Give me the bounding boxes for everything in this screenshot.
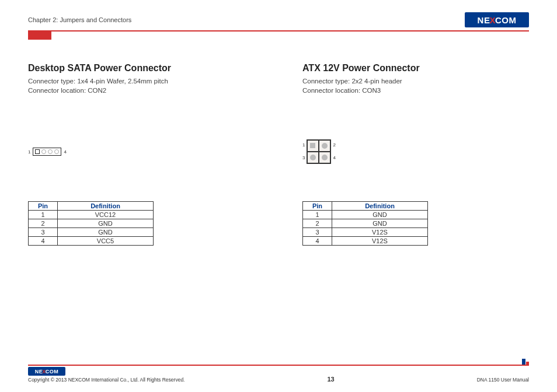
nexcom-logo: NEXCOM	[465, 12, 529, 27]
table-row: 1 GND	[303, 211, 428, 219]
table-row: 1 VCC12	[29, 211, 154, 219]
table-header-row: Pin Definition	[303, 202, 428, 211]
pin-circle-icon	[48, 149, 53, 154]
pin-square-icon	[310, 143, 315, 148]
right-heading: ATX 12V Power Connector	[302, 63, 495, 74]
pin-circle-icon	[310, 155, 316, 160]
left-connector-type: Connector type: 1x4 4-pin Wafer, 2.54mm …	[28, 77, 221, 86]
sata-pin4-label: 4	[64, 149, 66, 155]
atx-connector-icon	[307, 139, 331, 164]
right-column: ATX 12V Power Connector Connector type: …	[302, 63, 495, 246]
th-def: Definition	[332, 202, 428, 211]
table-row: 4 V12S	[303, 237, 428, 246]
page-footer: NEXCOM Copyright © 2013 NEXCOM Internati…	[28, 365, 529, 383]
table-row: 2 GND	[303, 219, 428, 228]
left-connector-location: Connector location: CON2	[28, 86, 221, 96]
atx-cell-2	[319, 140, 330, 152]
header-rule	[28, 30, 529, 32]
right-connector-type: Connector type: 2x2 4-pin header	[302, 77, 495, 86]
atx-cell-4	[319, 152, 330, 163]
atx-pin2-label: 2	[333, 143, 335, 148]
footer-decoration-icon	[522, 359, 529, 365]
pin-circle-icon	[322, 143, 328, 149]
atx-cell-3	[307, 152, 319, 163]
atx-pin1-label: 1	[302, 143, 305, 148]
page-header: Chapter 2: Jumpers and Connectors NEXCOM	[28, 12, 529, 28]
atx-cell-1	[307, 140, 319, 152]
main-content: Desktop SATA Power Connector Connector t…	[28, 63, 529, 246]
table-row: 4 VCC5	[29, 237, 154, 246]
manual-name: DNA 1150 User Manual	[477, 377, 529, 383]
atx-pin3-label: 3	[302, 156, 305, 160]
atx-diagram: 1 2 3 4	[302, 120, 495, 184]
pin-circle-icon	[322, 155, 328, 160]
footer-rule	[28, 365, 529, 366]
sata-diagram: 1 4	[28, 120, 221, 184]
left-pin-table: Pin Definition 1 VCC12 2 GND 3 GND 4 VCC…	[28, 201, 154, 246]
sata-connector-icon	[33, 148, 61, 156]
table-row: 3 GND	[29, 228, 154, 237]
pin-circle-icon	[54, 149, 59, 154]
th-def: Definition	[58, 202, 154, 211]
th-pin: Pin	[303, 202, 332, 211]
left-heading: Desktop SATA Power Connector	[28, 63, 221, 74]
th-pin: Pin	[29, 202, 58, 211]
sata-pin1-label: 1	[28, 149, 30, 155]
page-number: 13	[327, 376, 334, 383]
copyright-text: Copyright © 2013 NEXCOM International Co…	[28, 377, 184, 383]
header-accent-block	[28, 32, 51, 40]
right-connector-location: Connector location: CON3	[302, 86, 495, 96]
right-pin-table: Pin Definition 1 GND 2 GND 3 V12S 4 V12S	[302, 201, 428, 246]
left-column: Desktop SATA Power Connector Connector t…	[28, 63, 221, 246]
pin-square-icon	[35, 149, 40, 154]
table-header-row: Pin Definition	[29, 202, 154, 211]
atx-pin4-label: 4	[333, 156, 335, 160]
pin-circle-icon	[41, 149, 46, 154]
table-row: 3 V12S	[303, 228, 428, 237]
table-row: 2 GND	[29, 219, 154, 228]
chapter-title: Chapter 2: Jumpers and Connectors	[28, 16, 131, 23]
nexcom-logo-small: NEXCOM	[28, 367, 65, 376]
